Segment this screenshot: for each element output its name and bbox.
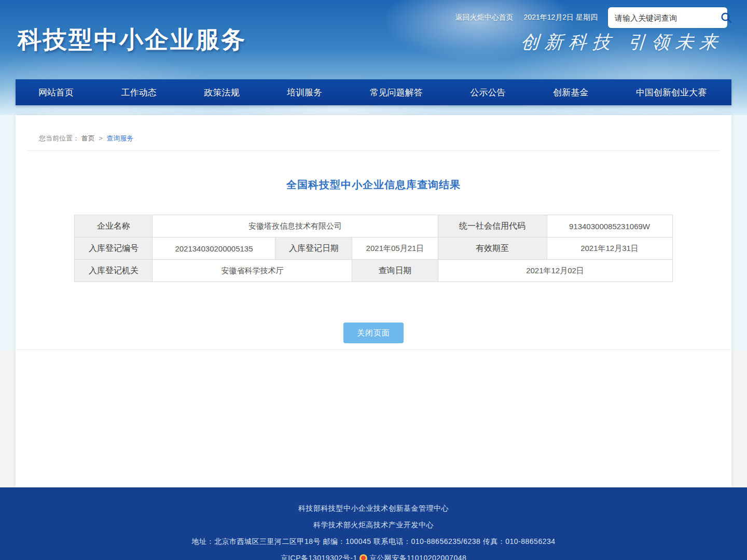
nav-item-innovation-fund[interactable]: 创新基金	[553, 87, 588, 99]
table-row: 企业名称 安徽塔孜信息技术有限公司 统一社会信用代码 9134030008523…	[75, 215, 672, 237]
breadcrumb-prefix: 您当前位置：	[39, 134, 79, 142]
page: 科技型中小企业服务 返回火炬中心首页 2021年12月2日 星期四 创新科技 引…	[0, 0, 747, 560]
nav-item-home[interactable]: 网站首页	[38, 87, 74, 99]
nav-item-faq[interactable]: 常见问题解答	[370, 87, 423, 99]
nav-item-work-news[interactable]: 工作动态	[121, 87, 157, 99]
nav-item-announcements[interactable]: 公示公告	[471, 87, 506, 99]
search-icon	[720, 11, 732, 24]
query-date-value: 2021年12月02日	[438, 260, 672, 282]
footer-icp-line: 京ICP备13019302号-1 京公网安备11010202007048	[0, 554, 747, 560]
table-row: 入库登记编号 202134030200005135 入库登记日期 2021年05…	[75, 237, 672, 260]
content-card: 您当前位置： 首页 > 查询服务 全国科技型中小企业信息库查询结果 企业名称 安…	[16, 115, 731, 350]
query-date-label: 查询日期	[352, 260, 438, 282]
reg-number-value: 202134030200005135	[153, 237, 275, 260]
breadcrumb-home-link[interactable]: 首页	[81, 134, 95, 142]
icp-record-link[interactable]: 京ICP备13019302号-1	[281, 554, 357, 560]
slogan-text: 创新科技 引领未来	[520, 30, 724, 54]
site-logo: 科技型中小企业服务	[18, 24, 246, 56]
page-body: 您当前位置： 首页 > 查询服务 全国科技型中小企业信息库查询结果 企业名称 安…	[0, 115, 747, 487]
footer-org-line-1: 科技部科技型中小企业技术创新基金管理中心	[0, 504, 747, 513]
breadcrumb-separator: >	[99, 134, 103, 142]
table-row: 入库登记机关 安徽省科学技术厅 查询日期 2021年12月02日	[75, 260, 672, 282]
site-header: 科技型中小企业服务 返回火炬中心首页 2021年12月2日 星期四 创新科技 引…	[0, 0, 747, 115]
reg-date-label: 入库登记日期	[275, 237, 352, 260]
search-button[interactable]	[720, 7, 732, 28]
main-nav: 网站首页 工作动态 政策法规 培训服务 常见问题解答 公示公告 创新基金 中国创…	[16, 79, 731, 105]
reg-number-label: 入库登记编号	[75, 237, 153, 260]
current-date: 2021年12月2日 星期四	[524, 13, 598, 22]
site-footer: 科技部科技型中小企业技术创新基金管理中心 科学技术部火炬高技术产业开发中心 地址…	[0, 487, 747, 560]
search-box	[608, 7, 727, 28]
breadcrumb-current-link[interactable]: 查询服务	[106, 134, 133, 142]
breadcrumb: 您当前位置： 首页 > 查询服务	[27, 115, 720, 151]
reg-authority-value: 安徽省科学技术厅	[153, 260, 352, 282]
credit-code-value: 91340300085231069W	[547, 215, 672, 237]
psb-record-link[interactable]: 京公网安备11010202007048	[369, 554, 466, 560]
close-page-button[interactable]: 关闭页面	[343, 323, 404, 343]
page-title: 全国科技型中小企业信息库查询结果	[16, 178, 731, 192]
nav-item-competition[interactable]: 中国创新创业大赛	[636, 87, 707, 99]
reg-authority-label: 入库登记机关	[75, 260, 153, 282]
police-badge-icon	[359, 554, 367, 560]
nav-item-training[interactable]: 培训服务	[287, 87, 322, 99]
result-table: 企业名称 安徽塔孜信息技术有限公司 统一社会信用代码 9134030008523…	[74, 215, 672, 282]
credit-code-label: 统一社会信用代码	[438, 215, 547, 237]
search-input[interactable]	[608, 13, 720, 22]
company-name-value: 安徽塔孜信息技术有限公司	[153, 215, 438, 237]
content-wrapper: 您当前位置： 首页 > 查询服务 全国科技型中小企业信息库查询结果 企业名称 安…	[16, 115, 731, 487]
company-name-label: 企业名称	[75, 215, 153, 237]
footer-contact-line: 地址：北京市西城区三里河二区甲18号 邮编：100045 联系电话：010-88…	[0, 537, 747, 547]
footer-org-line-2: 科学技术部火炬高技术产业开发中心	[0, 521, 747, 530]
valid-until-value: 2021年12月31日	[547, 237, 672, 260]
nav-item-policies[interactable]: 政策法规	[204, 87, 239, 99]
valid-until-label: 有效期至	[438, 237, 547, 260]
reg-date-value: 2021年05月21日	[352, 237, 438, 260]
back-to-torch-home-link[interactable]: 返回火炬中心首页	[455, 13, 514, 22]
top-utility-bar: 返回火炬中心首页 2021年12月2日 星期四	[455, 7, 727, 28]
